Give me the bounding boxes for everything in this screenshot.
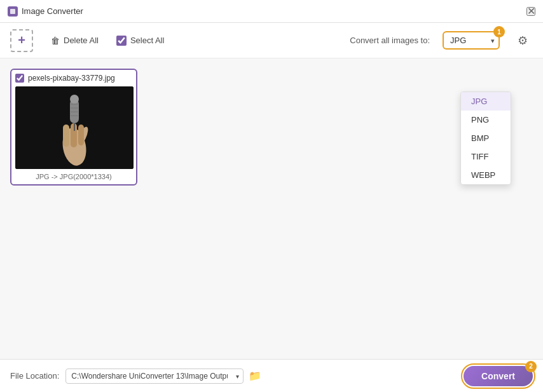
preview-svg: [15, 86, 134, 169]
svg-rect-6: [78, 125, 84, 145]
close-icon: ✕: [527, 6, 535, 17]
convert-button-label: Convert: [481, 371, 515, 381]
select-all-checkbox[interactable]: [116, 36, 127, 46]
add-image-button[interactable]: +: [10, 29, 33, 52]
toolbar: + 🗑 Delete All Select All Convert all im…: [0, 23, 543, 58]
select-all-label[interactable]: Select All: [116, 36, 164, 46]
select-all-text: Select All: [130, 36, 164, 45]
dropdown-item-png[interactable]: PNG: [461, 111, 511, 129]
image-preview: [15, 86, 134, 169]
delete-all-label: Delete All: [64, 36, 99, 45]
delete-all-button[interactable]: 🗑 Delete All: [46, 33, 104, 48]
svg-rect-0: [10, 9, 15, 14]
convert-badge: 2: [525, 361, 537, 372]
window-title: Image Converter: [22, 6, 83, 16]
dropdown-item-jpg[interactable]: JPG: [461, 92, 511, 111]
dropdown-item-bmp[interactable]: BMP: [461, 129, 511, 147]
add-icon: +: [18, 33, 25, 48]
format-dropdown[interactable]: JPG PNG BMP TIFF WEBP: [443, 31, 500, 50]
delete-icon: 🗑: [51, 36, 60, 46]
settings-button[interactable]: ⚙: [512, 30, 533, 51]
close-button[interactable]: ✕: [526, 7, 535, 16]
format-dropdown-menu: JPG PNG BMP TIFF WEBP: [460, 91, 511, 185]
format-badge: 1: [493, 26, 505, 37]
image-card-info: JPG -> JPG(2000*1334): [15, 173, 132, 180]
dropdown-item-tiff[interactable]: TIFF: [461, 147, 511, 166]
footer: File Location: C:\Wondershare UniConvert…: [0, 359, 543, 392]
title-bar: Image Converter ✕: [0, 0, 543, 23]
convert-button[interactable]: Convert 2: [464, 366, 533, 386]
app-icon: [8, 6, 18, 17]
open-folder-button[interactable]: 📁: [249, 370, 261, 382]
image-card-header: pexels-pixabay-33779.jpg: [15, 74, 132, 83]
file-path-wrapper: C:\Wondershare UniConverter 13\Image Out…: [65, 368, 244, 384]
svg-point-8: [70, 95, 79, 104]
title-bar-left: Image Converter: [8, 6, 83, 17]
file-location-label: File Location:: [10, 371, 59, 381]
format-dropdown-wrapper: JPG PNG BMP TIFF WEBP ▾ 1: [443, 31, 500, 50]
settings-icon: ⚙: [518, 34, 528, 48]
dropdown-item-webp[interactable]: WEBP: [461, 166, 511, 184]
folder-icon: 📁: [249, 370, 261, 382]
svg-rect-4: [63, 125, 69, 147]
image-card-checkbox[interactable]: [15, 74, 24, 83]
image-card: pexels-pixabay-33779.jpg: [10, 69, 137, 186]
convert-label: Convert all images to:: [350, 36, 430, 45]
image-card-filename: pexels-pixabay-33779.jpg: [28, 74, 115, 83]
file-path-select[interactable]: C:\Wondershare UniConverter 13\Image Out…: [65, 368, 244, 384]
